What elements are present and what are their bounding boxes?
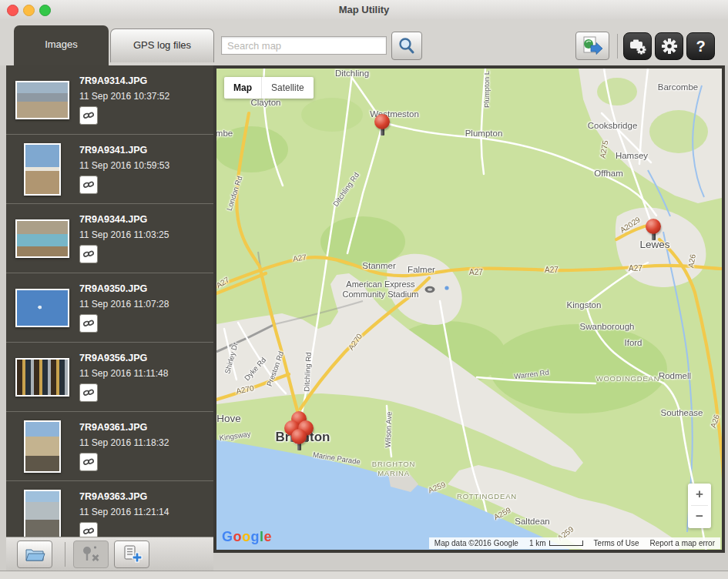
google-logo-letter: e: [264, 529, 273, 544]
map-scale: 1 km: [524, 539, 589, 547]
image-list-item[interactable]: 7R9A9363.JPG11 Sep 2016 11:21:14: [6, 481, 213, 537]
image-thumbnail-wrap: [12, 279, 72, 336]
image-thumbnail-wrap: [12, 210, 72, 267]
image-thumbnail[interactable]: [15, 289, 69, 327]
google-logo: Google: [222, 529, 272, 545]
gps-linked-icon: [79, 522, 98, 537]
toolbar-separator: [617, 34, 618, 59]
help-icon: ?: [687, 33, 714, 59]
image-meta: 7R9A9341.JPG11 Sep 2016 10:59:53: [79, 145, 169, 194]
pin-head: [291, 429, 307, 444]
open-folder-button[interactable]: [17, 541, 52, 568]
image-filename: 7R9A9356.JPG: [79, 353, 168, 363]
map-type-satellite-button[interactable]: Satellite: [261, 77, 314, 99]
image-thumbnail[interactable]: [24, 143, 61, 196]
export-google-earth-button[interactable]: [575, 32, 609, 60]
image-filename: 7R9A9314.JPG: [79, 75, 169, 86]
google-logo-letter: o: [233, 529, 243, 544]
map-zoom-control: + −: [688, 484, 711, 528]
zoom-in-button[interactable]: +: [688, 484, 711, 505]
tab-images[interactable]: Images: [14, 25, 109, 65]
search-icon: [392, 32, 421, 59]
image-thumbnail-wrap: [12, 487, 72, 537]
image-datetime: 11 Sep 2016 10:59:53: [79, 160, 169, 171]
export-google-earth-icon: [576, 32, 609, 59]
image-meta: 7R9A9356.JPG11 Sep 2016 11:11:48: [79, 353, 168, 402]
tab-gps-log-files[interactable]: GPS log files: [110, 28, 214, 62]
window-bottom-strip: [0, 571, 728, 579]
google-logo-letter: g: [251, 529, 260, 544]
image-list-item[interactable]: 7R9A9356.JPG11 Sep 2016 11:11:48: [6, 343, 213, 412]
image-thumbnail[interactable]: [15, 358, 69, 397]
top-toolbar: Images GPS log files: [0, 19, 728, 65]
image-meta: 7R9A9350.JPG11 Sep 2016 11:07:28: [79, 283, 169, 333]
image-datetime: 11 Sep 2016 11:07:28: [79, 299, 169, 310]
image-datetime: 11 Sep 2016 11:03:25: [79, 229, 169, 240]
add-images-button[interactable]: [114, 541, 149, 568]
image-datetime: 11 Sep 2016 11:18:32: [79, 437, 169, 448]
image-filename: 7R9A9361.JPG: [79, 422, 169, 433]
terms-of-use-link[interactable]: Terms of Use: [589, 539, 645, 547]
image-meta: 7R9A9361.JPG11 Sep 2016 11:18:32: [79, 422, 169, 471]
image-thumbnail-wrap: [12, 349, 72, 406]
image-filename: 7R9A9344.JPG: [79, 214, 169, 225]
image-meta: 7R9A9344.JPG11 Sep 2016 11:03:25: [79, 214, 169, 263]
map-pin[interactable]: [291, 429, 307, 444]
image-datetime: 11 Sep 2016 10:37:52: [79, 91, 169, 102]
search-map-input[interactable]: [221, 36, 387, 55]
gps-linked-icon: [79, 453, 98, 471]
image-filename: 7R9A9350.JPG: [79, 283, 169, 294]
map-pin[interactable]: [374, 114, 390, 129]
remove-pin-button[interactable]: [73, 541, 109, 568]
search-button[interactable]: [391, 32, 422, 60]
open-folder-icon: [18, 541, 52, 567]
image-filename: 7R9A9341.JPG: [79, 145, 169, 156]
image-thumbnail-wrap: [12, 418, 72, 475]
map-attribution-bar: Map data ©2016 Google 1 km Terms of Use …: [429, 537, 720, 549]
gps-linked-icon: [79, 314, 98, 333]
sidebar-toolbar: [6, 537, 213, 571]
image-thumbnail[interactable]: [15, 81, 69, 119]
sidebar-toolbar-separator: [65, 542, 65, 567]
google-logo-letter: o: [242, 529, 251, 544]
map-data-text: Map data ©2016 Google: [429, 539, 524, 547]
gps-linked-icon: [79, 245, 98, 263]
image-list: 7R9A9314.JPG11 Sep 2016 10:37:527R9A9341…: [6, 65, 213, 537]
image-list-item[interactable]: 7R9A9341.JPG11 Sep 2016 10:59:53: [6, 135, 213, 204]
map-pin[interactable]: [646, 219, 661, 234]
help-button[interactable]: ?: [686, 32, 715, 60]
remove-pin-icon: [74, 541, 108, 567]
add-images-icon: [115, 541, 149, 567]
image-datetime: 11 Sep 2016 11:21:14: [79, 507, 169, 517]
zoom-out-button[interactable]: −: [688, 506, 711, 527]
image-thumbnail-wrap: [12, 141, 72, 198]
image-thumbnail[interactable]: [24, 420, 61, 473]
map-canvas[interactable]: DitchlingClaytonWestmestonmbePlumptonBar…: [216, 69, 722, 550]
map-utility-window: Map Utility Images GPS log files: [0, 0, 728, 579]
google-logo-letter: G: [222, 529, 233, 544]
pin-head: [374, 114, 390, 129]
report-map-error-link[interactable]: Report a map error: [645, 539, 720, 547]
map-type-control: Map Satellite: [224, 77, 314, 99]
titlebar: Map Utility: [0, 0, 728, 20]
camera-settings-icon: [624, 33, 651, 59]
map-type-map-button[interactable]: Map: [224, 77, 261, 99]
gps-linked-icon: [79, 176, 98, 194]
pin-head: [646, 219, 661, 234]
scale-bar: [549, 541, 583, 546]
image-list-item[interactable]: 7R9A9361.JPG11 Sep 2016 11:18:32: [6, 412, 213, 481]
window-title: Map Utility: [0, 0, 728, 19]
image-thumbnail[interactable]: [15, 219, 69, 258]
camera-settings-button[interactable]: [623, 32, 652, 60]
preferences-gear-icon: [656, 33, 683, 59]
image-list-item[interactable]: 7R9A9350.JPG11 Sep 2016 11:07:28: [6, 273, 213, 343]
gps-linked-icon: [79, 106, 98, 125]
image-list-item[interactable]: 7R9A9344.JPG11 Sep 2016 11:03:25: [6, 204, 213, 273]
preferences-button[interactable]: [655, 32, 683, 60]
scale-text: 1 km: [529, 539, 546, 547]
image-list-item[interactable]: 7R9A9314.JPG11 Sep 2016 10:37:52: [6, 65, 213, 135]
image-datetime: 11 Sep 2016 11:11:48: [79, 368, 168, 379]
image-thumbnail[interactable]: [24, 490, 61, 537]
image-thumbnail-wrap: [12, 72, 72, 129]
gps-linked-icon: [79, 383, 98, 402]
